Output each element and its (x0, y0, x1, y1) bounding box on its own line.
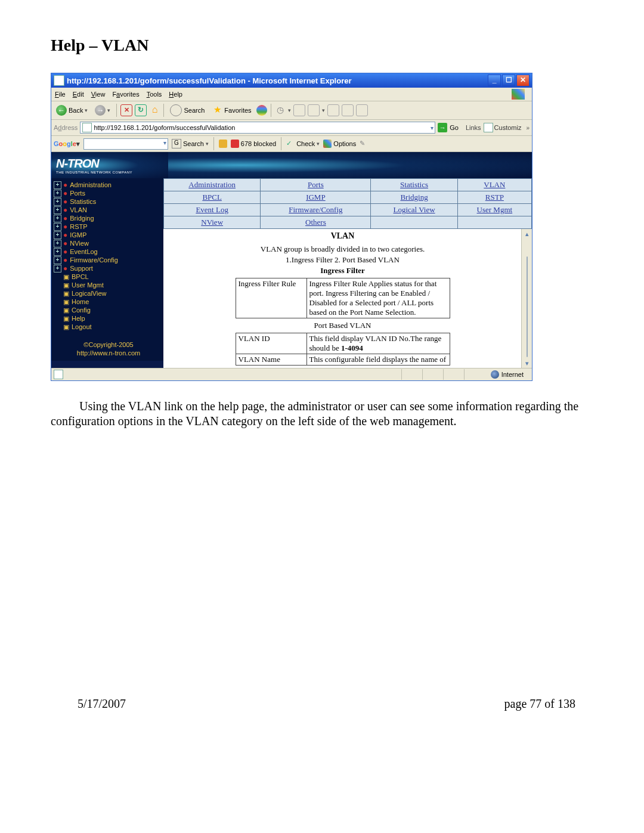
back-button[interactable]: Back ▾ (54, 104, 90, 117)
tab-bpcl[interactable]: BPCL (202, 193, 222, 202)
tree-label[interactable]: Bridging (70, 214, 94, 222)
tree-item-logicalview[interactable]: ▣LogicalView (54, 289, 163, 298)
refresh-icon[interactable] (135, 104, 147, 116)
tree-item-support[interactable]: +●Support (54, 264, 163, 272)
popup-blocked-button[interactable]: 678 blocked (231, 140, 276, 148)
maximize-button[interactable]: ☐ (502, 75, 515, 86)
tree-label[interactable]: User Mgmt (72, 281, 104, 289)
tree-item-vlan[interactable]: +●VLAN (54, 206, 163, 214)
expand-icon[interactable]: + (54, 215, 61, 222)
tree-label[interactable]: Statistics (70, 197, 96, 206)
menu-edit[interactable]: Edit (73, 91, 84, 98)
tab-administration[interactable]: Administration (188, 180, 236, 189)
tree-label[interactable]: Home (72, 298, 89, 306)
expand-icon[interactable]: + (54, 231, 61, 239)
expand-icon[interactable]: + (54, 223, 61, 231)
tree-label[interactable]: RSTP (70, 222, 87, 231)
tab-ports[interactable]: Ports (308, 180, 324, 189)
tree-label[interactable]: VLAN (70, 206, 87, 214)
tree-label[interactable]: Config (72, 306, 91, 314)
spellcheck-button[interactable]: Check ▾ (286, 140, 320, 148)
menu-favorites[interactable]: Favorites (112, 91, 139, 98)
tree-label[interactable]: NView (70, 239, 89, 247)
menu-file[interactable]: File (55, 91, 66, 98)
tree-item-bpcl[interactable]: ▣BPCL (54, 272, 163, 281)
tree-item-rstp[interactable]: +●RSTP (54, 222, 163, 231)
tree-item-administration[interactable]: +●Administration (54, 181, 163, 189)
tree-label[interactable]: Ports (70, 189, 85, 197)
tree-label[interactable]: Logout (72, 323, 92, 331)
google-logo[interactable]: Google▾ (54, 140, 80, 148)
tab-bridging[interactable]: Bridging (400, 193, 428, 202)
tree-item-user-mgmt[interactable]: ▣User Mgmt (54, 281, 163, 289)
tree-label[interactable]: Administration (70, 181, 112, 189)
expand-icon[interactable]: + (54, 206, 61, 214)
mail-icon[interactable] (293, 104, 305, 116)
go-label[interactable]: Go (450, 124, 459, 131)
tree-label[interactable]: LogicalView (72, 289, 107, 298)
tree-label[interactable]: IGMP (70, 231, 86, 239)
menu-tools[interactable]: Tools (147, 91, 162, 98)
tab-nview[interactable]: NView (201, 218, 223, 227)
scroll-down-icon[interactable]: ▾ (525, 358, 529, 368)
autofill-icon[interactable] (360, 140, 368, 148)
tab-usermgmt[interactable]: User Mgmt (477, 205, 513, 214)
tab-firmware[interactable]: Firmware/Config (289, 205, 342, 214)
minimize-button[interactable]: _ (488, 75, 501, 86)
expand-icon[interactable]: + (54, 240, 61, 247)
go-icon[interactable] (438, 123, 447, 132)
tree-item-nview[interactable]: +●NView (54, 239, 163, 247)
tree-label[interactable]: Support (70, 264, 93, 272)
messenger-icon[interactable] (356, 104, 368, 116)
tree-item-help[interactable]: ▣Help (54, 314, 163, 323)
tree-item-logout[interactable]: ▣Logout (54, 323, 163, 331)
tab-eventlog[interactable]: Event Log (196, 205, 228, 214)
expand-icon[interactable]: + (54, 190, 61, 197)
chevron-right-icon[interactable]: » (526, 125, 530, 131)
discuss-icon[interactable] (342, 104, 354, 116)
tree-item-config[interactable]: ▣Config (54, 306, 163, 314)
favorites-button[interactable]: Favorites (209, 104, 253, 117)
news-icon[interactable] (219, 140, 227, 148)
tab-others[interactable]: Others (305, 218, 326, 227)
options-button[interactable]: Options (323, 140, 356, 148)
menu-view[interactable]: View (91, 91, 106, 98)
forward-button[interactable]: ▾ (92, 104, 113, 117)
tab-igmp[interactable]: IGMP (306, 193, 326, 202)
address-input[interactable]: http://192.168.1.201/goform/successfulVa… (80, 122, 435, 134)
tree-item-home[interactable]: ▣Home (54, 298, 163, 306)
expand-icon[interactable]: + (54, 198, 61, 206)
stop-icon[interactable] (120, 104, 132, 116)
scroll-up-icon[interactable]: ▴ (525, 229, 529, 239)
chevron-down-icon[interactable]: ▾ (431, 125, 434, 131)
tree-label[interactable]: EventLog (70, 247, 97, 256)
tree-item-ports[interactable]: +●Ports (54, 189, 163, 197)
ntron-url[interactable]: http://www.n-tron.com (54, 349, 163, 357)
tab-logicalview[interactable]: Logical View (394, 205, 435, 214)
tab-statistics[interactable]: Statistics (400, 180, 428, 189)
expand-icon[interactable]: + (54, 256, 61, 264)
search-button[interactable]: Search (168, 104, 207, 117)
menu-help[interactable]: Help (169, 91, 182, 98)
tree-item-firmware-config[interactable]: +●Firmware/Config (54, 256, 163, 264)
tree-label[interactable]: Firmware/Config (70, 256, 118, 264)
tree-item-statistics[interactable]: +●Statistics (54, 197, 163, 206)
print-icon[interactable] (308, 104, 320, 116)
scroll-thumb[interactable] (527, 256, 528, 357)
expand-icon[interactable]: + (54, 265, 61, 272)
tree-item-bridging[interactable]: +●Bridging (54, 214, 163, 222)
expand-icon[interactable]: + (54, 181, 61, 189)
tree-label[interactable]: Help (72, 314, 85, 323)
history-icon[interactable] (275, 105, 286, 116)
google-search-input[interactable]: ▾ (83, 138, 168, 150)
tab-rstp[interactable]: RSTP (485, 193, 504, 202)
close-button[interactable]: ✕ (516, 75, 530, 86)
tab-vlan[interactable]: VLAN (484, 180, 505, 189)
scrollbar[interactable]: ▴ ▾ (521, 229, 532, 368)
customize-link[interactable]: Customiz (484, 123, 522, 132)
expand-icon[interactable]: + (54, 248, 61, 256)
home-icon[interactable] (149, 105, 160, 116)
tree-item-eventlog[interactable]: +●EventLog (54, 247, 163, 256)
tree-item-igmp[interactable]: +●IGMP (54, 231, 163, 239)
google-search-button[interactable]: Search ▾ (172, 139, 209, 148)
